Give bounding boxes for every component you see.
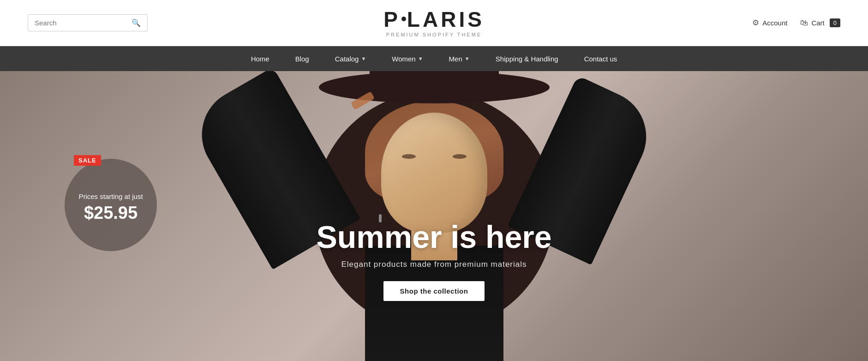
nav-women[interactable]: Women ▼: [379, 46, 436, 71]
nav-blog[interactable]: Blog: [282, 46, 322, 71]
nav-bar: Home Blog Catalog ▼ Women ▼ Men ▼ Shippi…: [0, 46, 868, 71]
sale-circle: SALE Prices starting at just $25.95: [65, 159, 157, 251]
cart-count: 0: [830, 18, 840, 27]
hero-content: Summer is here Elegant products made fro…: [273, 220, 596, 301]
sale-text: Prices starting at just: [78, 192, 143, 201]
nav-contact-label: Contact us: [584, 55, 617, 63]
sale-badge: SALE: [74, 155, 101, 166]
cart-icon: 🛍: [800, 18, 808, 28]
header-left: 🔍: [28, 14, 299, 31]
header-right: ⚙ Account 🛍 Cart 0: [569, 18, 840, 28]
header: 🔍 PLARIS PREMIUM SHOPIFY THEME ⚙ Account…: [0, 0, 868, 46]
cart-label: Cart: [811, 19, 824, 27]
search-button[interactable]: 🔍: [132, 18, 141, 27]
nav-home-label: Home: [251, 55, 269, 63]
nav-women-label: Women: [392, 55, 415, 63]
search-icon: 🔍: [132, 19, 141, 27]
eye-left: [402, 154, 416, 159]
nav-catalog-label: Catalog: [335, 55, 359, 63]
cart-link[interactable]: 🛍 Cart 0: [800, 18, 840, 28]
hero-section: SALE Prices starting at just $25.95 Summ…: [0, 71, 868, 361]
nav-blog-label: Blog: [295, 55, 309, 63]
sale-price: $25.95: [84, 203, 138, 223]
nav-men[interactable]: Men ▼: [436, 46, 483, 71]
nav-men-label: Men: [449, 55, 462, 63]
nav-catalog[interactable]: Catalog ▼: [322, 46, 379, 71]
account-icon: ⚙: [752, 18, 759, 28]
shop-collection-button[interactable]: Shop the collection: [383, 281, 485, 301]
nav-shipping-label: Shipping & Handling: [496, 55, 558, 63]
nav-men-arrow: ▼: [465, 56, 470, 61]
hero-figure: [250, 71, 619, 361]
hat-brim: [319, 71, 550, 103]
eye-right: [453, 154, 467, 159]
nav-home[interactable]: Home: [238, 46, 282, 71]
nav-catalog-arrow: ▼: [361, 56, 366, 61]
nav-shipping[interactable]: Shipping & Handling: [483, 46, 571, 71]
logo-text: PLARIS: [299, 9, 569, 30]
logo-dot: [401, 17, 406, 21]
hero-title: Summer is here: [273, 220, 596, 254]
account-label: Account: [762, 19, 787, 27]
search-input[interactable]: [35, 19, 132, 27]
search-box[interactable]: 🔍: [28, 14, 148, 31]
logo-subtitle: PREMIUM SHOPIFY THEME: [299, 32, 569, 37]
account-link[interactable]: ⚙ Account: [752, 18, 787, 28]
hero-subtitle: Elegant products made from premium mater…: [273, 260, 596, 269]
nav-contact[interactable]: Contact us: [571, 46, 630, 71]
face: [381, 113, 487, 233]
nav-women-arrow: ▼: [418, 56, 423, 61]
logo: PLARIS PREMIUM SHOPIFY THEME: [299, 9, 569, 37]
